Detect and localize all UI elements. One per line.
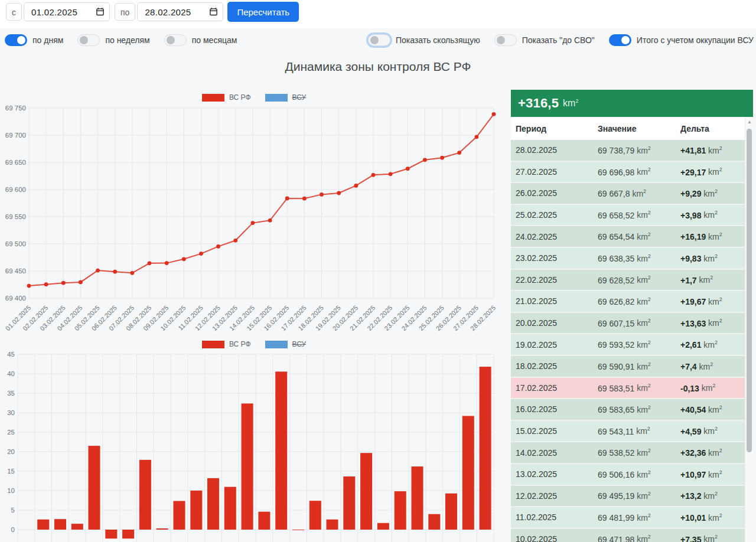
cell-delta: +16,19 km2 — [680, 231, 753, 241]
toggle-knob — [17, 36, 25, 44]
toggle-show-moving-average[interactable] — [368, 34, 390, 46]
cell-delta: +40,54 km2 — [680, 404, 753, 414]
toggle-label: по неделям — [105, 35, 149, 45]
bar-chart-canvas[interactable]: 454035302520151050 — [0, 351, 508, 542]
table-row: 24.02.202569 654,54 km2+16,19 km2 — [511, 226, 753, 248]
cell-period: 11.02.2025 — [516, 512, 598, 522]
cell-value: 69 593,52 km2 — [598, 339, 680, 350]
scrollbar-up-arrow[interactable]: ▲ — [745, 118, 754, 126]
cell-delta: +3,98 km2 — [680, 210, 753, 220]
cell-delta: +4,59 km2 — [680, 426, 753, 436]
legend-item[interactable]: ВСУ — [265, 340, 307, 348]
svg-text:10: 10 — [7, 487, 15, 494]
cell-value: 69 667,8 km2 — [598, 188, 680, 198]
legend-label: ВС РФ — [229, 93, 251, 102]
toggle-by-days[interactable] — [5, 34, 27, 46]
scrollbar-thumb[interactable] — [747, 129, 752, 452]
granularity-toggles: по днямпо неделямпо месяцам — [5, 34, 237, 46]
legend-label: ВСУ — [292, 340, 307, 348]
cell-value: 69 696,98 km2 — [598, 167, 680, 177]
cell-delta: -0,13 km2 — [680, 383, 753, 393]
svg-text:40: 40 — [7, 370, 15, 377]
cell-delta: +7,4 km2 — [680, 361, 753, 371]
cell-delta: +9,83 km2 — [680, 253, 753, 263]
svg-text:69 550: 69 550 — [5, 213, 26, 220]
cell-value: 69 654,54 km2 — [598, 231, 680, 241]
cell-period: 28.02.2025 — [516, 145, 598, 155]
toggle-knob — [80, 36, 88, 44]
table-scrollbar[interactable]: ▲ — [745, 117, 754, 542]
cell-period: 25.02.2025 — [516, 210, 598, 220]
table-row: 28.02.202569 738,79 km2+41,81 km2 — [511, 140, 753, 162]
column-value: Значение — [598, 124, 680, 133]
calendar-icon[interactable] — [209, 7, 218, 16]
cell-value: 69 658,52 km2 — [598, 210, 680, 220]
table-row: 18.02.202569 590,91 km2+7,4 km2 — [511, 356, 753, 378]
table-row: 23.02.202569 638,35 km2+9,83 km2 — [511, 248, 753, 270]
legend-item[interactable]: ВС РФ — [202, 93, 251, 102]
toggle-show-before-svo[interactable] — [494, 34, 517, 46]
cell-period: 16.02.2025 — [516, 404, 598, 414]
toggle-by-weeks[interactable] — [77, 34, 100, 46]
legend-item[interactable]: ВСУ — [265, 93, 307, 102]
cell-value: 69 590,91 km2 — [598, 361, 680, 371]
table-row: 25.02.202569 658,52 km2+3,98 km2 — [511, 205, 753, 227]
legend-item[interactable]: ВС РФ — [202, 340, 251, 348]
svg-text:30: 30 — [7, 409, 15, 416]
column-period: Период — [516, 124, 598, 133]
legend-color-box — [265, 341, 288, 348]
svg-text:45: 45 — [7, 351, 15, 358]
cell-period: 20.02.2025 — [516, 318, 598, 328]
line-chart-legend: ВС РФВСУ — [0, 93, 508, 102]
bar-chart-legend: ВС РФВСУ — [0, 340, 508, 348]
toggle-knob — [167, 36, 175, 44]
svg-text:20: 20 — [7, 448, 15, 455]
toggle-label: Итого с учетом оккупации ВСУ — [637, 35, 754, 45]
cell-delta: +10,01 km2 — [680, 512, 753, 523]
table-row: 10.02.202569 471,98 km2+7,35 km2 — [511, 529, 753, 542]
summary-panel: +316,5km2 Период Значение Дельта 28.02.2… — [511, 90, 753, 542]
table-row: 27.02.202569 696,98 km2+29,17 km2 — [511, 162, 753, 184]
svg-text:69 650: 69 650 — [5, 159, 26, 166]
legend-label: ВСУ — [292, 93, 307, 102]
toggle-by-months[interactable] — [164, 34, 187, 46]
cell-period: 10.02.2025 — [516, 534, 598, 542]
cell-period: 13.02.2025 — [516, 469, 598, 479]
cell-delta: +41,81 km2 — [680, 145, 753, 155]
svg-text:25: 25 — [7, 429, 15, 436]
svg-text:0: 0 — [11, 526, 15, 533]
svg-text:69 700: 69 700 — [5, 132, 26, 139]
table-row: 14.02.202569 538,52 km2+32,36 km2 — [511, 442, 753, 464]
table-row: 21.02.202569 626,82 km2+19,67 km2 — [511, 291, 753, 313]
table-row: 26.02.202569 667,8 km2+9,29 km2 — [511, 183, 753, 205]
svg-text:35: 35 — [7, 390, 15, 397]
cell-value: 69 738,79 km2 — [598, 145, 680, 155]
table-row: 12.02.202569 495,19 km2+13,2 km2 — [511, 486, 753, 508]
toggle-knob — [621, 36, 630, 44]
cell-period: 14.02.2025 — [516, 448, 598, 458]
toggle-label: по месяцам — [192, 35, 237, 45]
cell-value: 69 638,35 km2 — [598, 253, 680, 263]
toggle-label: Показать "до СВО" — [522, 35, 595, 45]
table-row: 15.02.202569 543,11 km2+4,59 km2 — [511, 421, 753, 443]
from-label: с — [6, 3, 22, 21]
table-row: 11.02.202569 481,99 km2+10,01 km2 — [511, 507, 753, 529]
line-chart-canvas[interactable]: 69 75069 70069 65069 60069 55069 50069 4… — [0, 103, 508, 337]
toggle-knob — [497, 36, 505, 44]
cell-delta: +9,29 km2 — [680, 188, 753, 198]
total-delta-header: +316,5km2 — [511, 90, 753, 117]
cell-delta: +2,61 km2 — [680, 339, 753, 350]
table-body: 28.02.202569 738,79 km2+41,81 km227.02.2… — [511, 140, 753, 542]
svg-text:69 500: 69 500 — [5, 240, 26, 247]
table-row: 16.02.202569 583,65 km2+40,54 km2 — [511, 399, 753, 421]
cell-delta: +1,7 km2 — [680, 275, 753, 285]
toggle-total-with-occupation[interactable] — [609, 34, 631, 46]
cell-value: 69 538,52 km2 — [598, 448, 680, 458]
cell-delta: +7,35 km2 — [680, 534, 753, 542]
svg-text:69 400: 69 400 — [5, 295, 26, 302]
calendar-icon[interactable] — [96, 7, 105, 16]
to-label: по — [115, 3, 135, 21]
cell-value: 69 495,19 km2 — [598, 491, 680, 501]
cell-period: 23.02.2025 — [516, 253, 598, 263]
recalculate-button[interactable]: Пересчитать — [227, 2, 299, 22]
